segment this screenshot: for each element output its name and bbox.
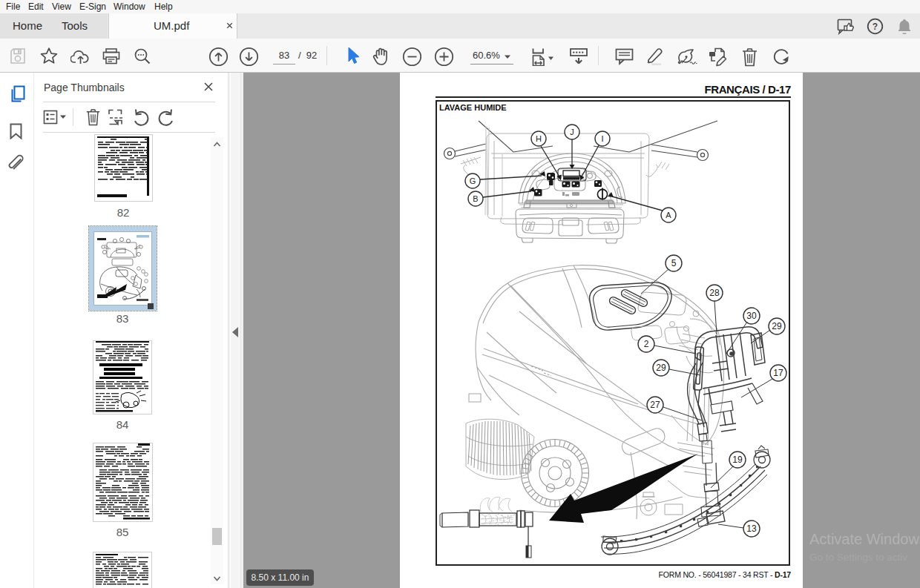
svg-text:19: 19	[732, 455, 743, 465]
svg-text:2: 2	[644, 339, 649, 349]
svg-text:A: A	[666, 211, 671, 219]
svg-text:30: 30	[746, 311, 757, 321]
svg-text:B: B	[473, 194, 478, 203]
svg-text:29: 29	[656, 363, 666, 373]
svg-text:13: 13	[746, 523, 757, 534]
svg-text:29: 29	[772, 321, 782, 331]
svg-text:H: H	[536, 134, 542, 143]
svg-text:?: ?	[873, 22, 878, 32]
svg-text:28: 28	[709, 288, 720, 298]
svg-text:G: G	[470, 176, 476, 185]
svg-text:J: J	[570, 128, 574, 136]
svg-text:I: I	[601, 134, 603, 143]
svg-text:5: 5	[671, 258, 677, 268]
svg-text:27: 27	[650, 400, 660, 410]
svg-text:17: 17	[773, 368, 783, 378]
